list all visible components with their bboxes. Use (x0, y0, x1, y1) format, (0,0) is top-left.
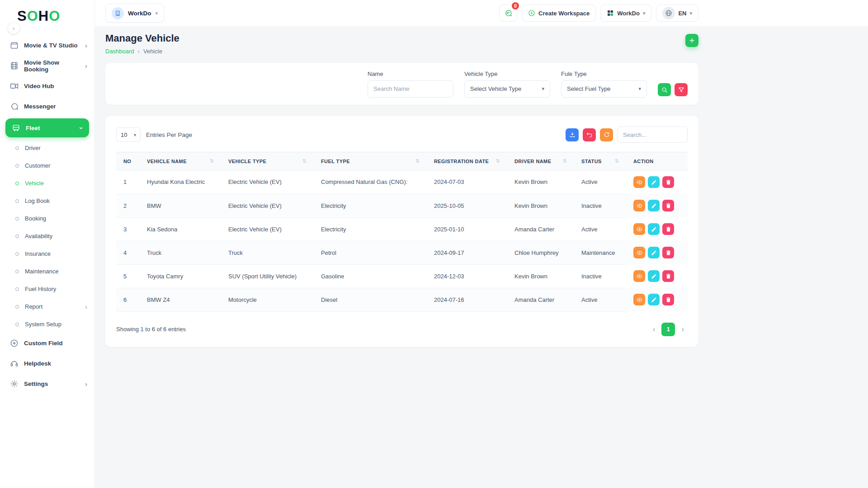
vehicle-type-select[interactable]: Select Vehicle Type ▾ (464, 80, 550, 98)
refresh-button[interactable] (600, 128, 613, 141)
sidebar-item-insurance[interactable]: Insurance (0, 245, 94, 263)
edit-button[interactable] (648, 247, 660, 258)
download-icon (569, 131, 576, 138)
sidebar-item-customer[interactable]: Customer (0, 157, 94, 174)
edit-button[interactable] (648, 294, 660, 305)
page-title: Manage Vehicle (105, 33, 179, 44)
sidebar-item-fuel-history[interactable]: Fuel History (0, 280, 94, 298)
clear-filter-button[interactable] (675, 83, 688, 96)
delete-button[interactable] (662, 223, 674, 235)
view-button[interactable] (633, 176, 645, 188)
sidebar-item-movie-tv-studio[interactable]: Movie & TV Studio › (0, 35, 94, 56)
sidebar-item-fleet[interactable]: Fleet › (5, 118, 89, 137)
sidebar-item-maintenance[interactable]: Maintenance (0, 263, 94, 280)
sidebar-item-label: Custom Field (24, 340, 63, 347)
header-fuel-type[interactable]: FUEL TYPE⇅ (314, 152, 427, 170)
delete-button[interactable] (662, 270, 674, 282)
header-vehicle-type[interactable]: VEHICLE TYPE⇅ (221, 152, 314, 170)
edit-button[interactable] (648, 270, 660, 282)
sidebar-item-availability[interactable]: Availability (0, 227, 94, 245)
cell-status: Active (574, 288, 626, 311)
cell-actions (626, 288, 688, 311)
language-selector[interactable]: EN ▾ (656, 5, 698, 22)
cell-vehicle-name: BMW (140, 194, 221, 217)
cell-actions (626, 217, 688, 241)
header-vehicle-name[interactable]: VEHICLE NAME⇅ (140, 152, 221, 170)
workspace-switcher[interactable]: WorkDo ▾ (105, 4, 164, 23)
trash-icon (665, 273, 671, 279)
breadcrumb: Dashboard › Vehicle (105, 48, 179, 55)
chevron-right-icon: › (85, 62, 87, 69)
sidebar-item-helpdesk[interactable]: Helpdesk (0, 353, 94, 374)
view-button[interactable] (633, 247, 645, 258)
delete-button[interactable] (662, 294, 674, 305)
pencil-icon (651, 226, 657, 232)
view-button[interactable] (633, 200, 645, 211)
previous-page-button[interactable]: ‹ (649, 324, 659, 335)
edit-button[interactable] (648, 176, 660, 188)
breadcrumb-dashboard-link[interactable]: Dashboard (105, 48, 134, 55)
cell-registration-date: 2024-07-03 (427, 170, 507, 194)
sort-icon: ⇅ (415, 158, 420, 164)
create-workspace-label: Create Workspace (538, 10, 590, 17)
table-search-input[interactable] (617, 127, 688, 143)
chevron-right-icon: › (85, 380, 87, 387)
trash-icon (665, 297, 671, 303)
sidebar-item-log-book[interactable]: Log Book (0, 192, 94, 210)
delete-button[interactable] (662, 200, 674, 211)
sidebar-item-booking[interactable]: Booking (0, 210, 94, 227)
header-no: NO (116, 152, 140, 170)
language-label: EN (678, 10, 686, 17)
cell-driver-name: Kevin Brown (507, 264, 574, 288)
cell-registration-date: 2024-12-03 (427, 264, 507, 288)
cell-driver-name: Chloe Humphrey (507, 241, 574, 264)
sidebar-item-driver[interactable]: Driver (0, 139, 94, 157)
export-button[interactable] (566, 128, 579, 141)
sidebar-item-video-hub[interactable]: Video Hub (0, 76, 94, 96)
sidebar-collapse-button[interactable]: ‹ (8, 23, 19, 34)
name-filter-input[interactable] (368, 80, 453, 98)
apply-filter-button[interactable] (658, 83, 671, 96)
next-page-button[interactable]: › (678, 324, 688, 335)
cell-registration-date: 2025-01-10 (427, 217, 507, 241)
sidebar-item-vehicle[interactable]: Vehicle (0, 174, 94, 192)
sidebar-item-custom-field[interactable]: Custom Field (0, 333, 94, 353)
create-workspace-button[interactable]: Create Workspace (522, 5, 596, 22)
sidebar-item-system-setup[interactable]: System Setup (0, 315, 94, 333)
sidebar-item-settings[interactable]: Settings › (0, 374, 94, 394)
view-button[interactable] (633, 270, 645, 282)
messages-button[interactable]: 0 (499, 5, 517, 22)
edit-button[interactable] (648, 200, 660, 211)
page-1-button[interactable]: 1 (661, 323, 675, 336)
headset-icon (10, 359, 19, 368)
film-icon (10, 61, 19, 70)
delete-button[interactable] (662, 247, 674, 258)
workspace-name: WorkDo (128, 10, 151, 17)
pencil-icon (651, 179, 657, 185)
view-button[interactable] (633, 294, 645, 305)
sidebar-item-label: Vehicle (25, 180, 44, 187)
add-vehicle-button[interactable] (685, 34, 698, 47)
reset-button[interactable] (583, 128, 596, 141)
cell-vehicle-type: Electric Vehicle (EV) (221, 170, 314, 194)
delete-button[interactable] (662, 176, 674, 188)
header-registration-date[interactable]: REGISTRATION DATE⇅ (427, 152, 507, 170)
chevron-down-icon: ▾ (638, 86, 641, 92)
header-status[interactable]: STATUS⇅ (574, 152, 626, 170)
bullet-icon (15, 270, 19, 273)
sidebar-item-label: Messenger (24, 103, 56, 110)
sidebar-item-messenger[interactable]: Messenger (0, 96, 94, 117)
chevron-down-icon: › (78, 127, 85, 129)
header-driver-name[interactable]: DRIVER NAME⇅ (507, 152, 574, 170)
edit-button[interactable] (648, 223, 660, 235)
cell-registration-date: 2024-07-16 (427, 288, 507, 311)
cell-actions (626, 264, 688, 288)
sidebar-item-report[interactable]: Report › (0, 298, 94, 315)
fuel-type-select[interactable]: Select Fuel Type ▾ (561, 80, 647, 98)
view-button[interactable] (633, 223, 645, 235)
sidebar-item-movie-show-booking[interactable]: Movie Show Booking › (0, 56, 94, 76)
cell-no: 3 (116, 217, 140, 241)
entries-per-page-select[interactable]: 10 ▾ (116, 127, 141, 142)
workspace-apps-button[interactable]: WorkDo ▾ (600, 5, 651, 22)
gear-icon (10, 380, 19, 388)
